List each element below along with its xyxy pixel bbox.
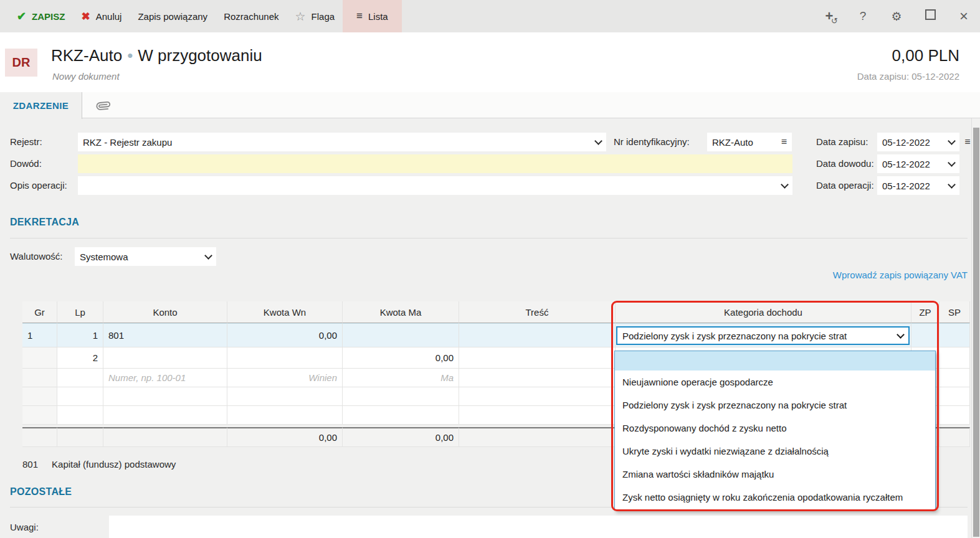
cell-kategoria[interactable]: Podzielony zysk i zysk przeznaczony na p… — [616, 323, 911, 347]
cell-sp[interactable] — [940, 369, 970, 387]
close-icon[interactable]: × — [956, 7, 971, 25]
cell-kwota-ma[interactable] — [343, 406, 459, 425]
document-amount: 0,00 PLN — [892, 46, 959, 65]
data-zapisu-label: Data zapisu: — [816, 133, 868, 151]
nr-ident-input[interactable]: RKZ-Auto ≡ — [707, 133, 792, 151]
data-zapisu-value: 05-12-2022 — [882, 137, 930, 148]
maximize-icon[interactable] — [923, 9, 938, 23]
data-operacji-datepicker[interactable]: 05-12-2022 — [877, 176, 959, 195]
vertical-scrollbar[interactable] — [971, 118, 980, 538]
grid-header-row: Gr Lp Konto Kwota Wn Kwota Ma Treść Kate… — [22, 301, 970, 323]
col-header-kategoria-dochodu: Kategoria dochodu — [616, 301, 911, 323]
tab-zdarzenie[interactable]: ZDARZENIE — [0, 92, 82, 119]
cell-gr[interactable] — [22, 369, 57, 387]
data-dowodu-datepicker[interactable]: 05-12-2022 — [877, 154, 959, 173]
header-save-date: Data zapisu: 05-12-2022 — [857, 71, 959, 82]
related-entry-button[interactable]: Zapis powiązany — [130, 0, 216, 32]
cell-kwota-ma-placeholder[interactable]: Ma — [343, 369, 459, 387]
cell-kwota-ma[interactable]: 0,00 — [343, 347, 459, 369]
cell-konto[interactable] — [103, 347, 227, 369]
kategoria-dochodu-combobox[interactable]: Podzielony zysk i zysk przeznaczony na p… — [616, 326, 910, 345]
scrollbar-thumb[interactable] — [973, 128, 979, 537]
col-header-zp: ZP — [911, 301, 940, 323]
vat-related-entry-link[interactable]: Wprowadź zapis powiązany VAT — [833, 270, 968, 280]
cell-gr[interactable] — [22, 347, 57, 369]
cell-lp[interactable]: 2 — [57, 347, 103, 369]
cell-konto[interactable]: 801 — [103, 323, 227, 347]
related-entry-label: Zapis powiązany — [138, 11, 207, 22]
uwagi-textarea[interactable] — [109, 516, 968, 538]
dropdown-option[interactable]: Rozdysponowany dochód z zysku netto — [615, 417, 935, 440]
save-label: ZAPISZ — [32, 11, 65, 22]
cell-kwota-wn[interactable]: 0,00 — [227, 323, 343, 347]
page-title: RKZ-Auto•W przygotowaniu — [51, 46, 262, 65]
dropdown-option[interactable]: Ukryte zyski i wydatki niezwiązane z dzi… — [615, 440, 935, 463]
attachments-tab[interactable] — [92, 95, 115, 116]
cell-sp[interactable] — [940, 323, 970, 347]
cell-sp[interactable] — [940, 406, 970, 425]
document-header: DR RKZ-Auto•W przygotowaniu Nowy dokumen… — [0, 32, 980, 92]
cell-gr[interactable] — [22, 387, 57, 406]
cell-konto-placeholder[interactable]: Numer, np. 100-01 — [103, 369, 227, 387]
list-button[interactable]: ≡ Lista — [343, 0, 402, 32]
cell-tresc[interactable] — [459, 406, 616, 425]
chevron-down-icon — [897, 331, 905, 339]
help-icon[interactable]: ? — [855, 9, 870, 23]
cell-sp[interactable] — [940, 347, 970, 369]
cell-sp[interactable] — [940, 387, 970, 406]
toolbar: ✔ ZAPISZ ✖ Anuluj Zapis powiązany Rozrac… — [0, 0, 980, 32]
col-header-kwota-ma: Kwota Ma — [343, 301, 459, 323]
cell-tresc[interactable] — [459, 347, 616, 369]
new-window-icon[interactable]: +↺ — [822, 8, 837, 24]
cell-lp[interactable] — [57, 406, 103, 425]
check-icon: ✔ — [17, 9, 26, 23]
maximize-glyph — [925, 9, 936, 20]
cancel-button[interactable]: ✖ Anuluj — [73, 0, 130, 32]
cell-lp[interactable]: 1 — [57, 323, 103, 347]
cell-lp[interactable] — [57, 387, 103, 406]
col-header-sp: SP — [940, 301, 970, 323]
settings-gear-icon[interactable]: ⚙ — [889, 9, 904, 24]
cell-kwota-wn-placeholder[interactable]: Winien — [227, 369, 343, 387]
nr-ident-value: RKZ-Auto — [712, 137, 753, 148]
section-divider — [10, 238, 968, 238]
cell-zp[interactable] — [911, 323, 940, 347]
settlement-button[interactable]: Rozrachunek — [216, 0, 287, 32]
cell-kwota-wn[interactable] — [227, 387, 343, 406]
cell-kwota-ma[interactable] — [343, 323, 459, 347]
cell-tresc[interactable] — [459, 323, 616, 347]
opis-operacji-combobox[interactable] — [78, 176, 792, 195]
cell-tresc[interactable] — [459, 369, 616, 387]
cell-kwota-wn[interactable] — [227, 406, 343, 425]
cell-konto[interactable] — [103, 387, 227, 406]
dropdown-option[interactable]: Zmiana wartości składników majątku — [615, 463, 935, 486]
flag-button[interactable]: ☆ Flaga — [287, 0, 343, 32]
dowod-input[interactable] — [78, 154, 792, 173]
total-kwota-wn: 0,00 — [227, 427, 343, 447]
chevron-down-icon — [948, 181, 956, 189]
rejestr-combobox[interactable]: RKZ - Rejestr zakupu — [78, 133, 606, 151]
dropdown-option-empty[interactable] — [615, 351, 935, 370]
data-zapisu-datepicker[interactable]: 05-12-2022 — [877, 133, 959, 151]
chevron-down-icon — [204, 252, 212, 260]
uwagi-label: Uwagi: — [10, 518, 39, 537]
cell-tresc[interactable] — [459, 387, 616, 406]
dropdown-option[interactable]: Nieujawnione operacje gospodarcze — [615, 370, 935, 394]
save-button[interactable]: ✔ ZAPISZ — [9, 0, 73, 32]
cell-kwota-wn[interactable] — [227, 347, 343, 369]
dropdown-option[interactable]: Zysk netto osiągnięty w roku zakończenia… — [615, 486, 935, 509]
dropdown-option[interactable]: Podzielony zysk i zysk przeznaczony na p… — [615, 394, 935, 417]
cell-konto[interactable] — [103, 406, 227, 425]
walutowosc-label: Walutowość: — [10, 247, 62, 266]
col-header-kwota-wn: Kwota Wn — [227, 301, 343, 323]
cell-kwota-ma[interactable] — [343, 387, 459, 406]
cell-lp[interactable] — [57, 369, 103, 387]
grid-row-selected[interactable]: 1 1 801 0,00 Podzielony zysk i zysk prze… — [22, 323, 970, 347]
cell-gr[interactable] — [22, 406, 57, 425]
total-kwota-ma: 0,00 — [343, 427, 459, 447]
account-code: 801 — [22, 459, 38, 470]
cell-gr[interactable]: 1 — [22, 323, 57, 347]
walutowosc-combobox[interactable]: Systemowa — [75, 247, 216, 266]
chevron-down-icon — [948, 159, 956, 167]
chevron-down-icon — [781, 181, 789, 189]
